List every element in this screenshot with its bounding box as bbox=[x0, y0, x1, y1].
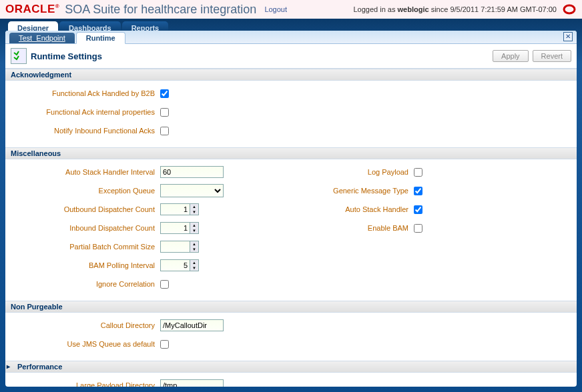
label-exception-queue: Exception Queue bbox=[13, 187, 160, 195]
spinner-down-icon[interactable]: ▼ bbox=[190, 209, 198, 215]
checkbox-functional-ack-b2b[interactable] bbox=[160, 89, 169, 98]
input-bam-polling[interactable] bbox=[160, 259, 190, 271]
checkbox-generic-msg-type[interactable] bbox=[414, 187, 422, 195]
collapse-arrow-icon[interactable]: ▸ bbox=[7, 363, 10, 370]
oracle-o-icon bbox=[562, 3, 577, 16]
select-exception-queue[interactable] bbox=[160, 184, 224, 197]
label-ignore-correlation: Ignore Correlation bbox=[13, 280, 160, 288]
checkbox-ignore-correlation[interactable] bbox=[160, 280, 169, 289]
section-non-purgeable: Non Purgeable bbox=[5, 301, 577, 313]
product-title: SOA Suite for healthcare integration bbox=[65, 3, 256, 17]
checkbox-auto-stack-handler[interactable] bbox=[414, 205, 422, 214]
input-callout-dir[interactable] bbox=[160, 319, 224, 331]
section-acknowledgment: Acknowledgment bbox=[5, 69, 577, 81]
input-inbound-dispatcher[interactable] bbox=[160, 222, 190, 234]
checkbox-log-payload[interactable] bbox=[414, 168, 422, 177]
revert-button[interactable]: Revert bbox=[533, 50, 571, 62]
toolbar: Runtime Settings Apply Revert bbox=[5, 44, 577, 69]
main-wrap: Designer Dashboards Reports Test_Endpoin… bbox=[0, 19, 582, 392]
label-log-payload: Log Payload bbox=[294, 168, 414, 176]
checkbox-functional-ack-internal[interactable] bbox=[160, 108, 169, 117]
spinner-down-icon[interactable]: ▼ bbox=[190, 247, 198, 252]
spinner-up-icon[interactable]: ▲ bbox=[190, 260, 198, 265]
checkbox-enable-bam[interactable] bbox=[414, 224, 422, 233]
settings-scroll-area[interactable]: Acknowledgment Functional Ack Handled by… bbox=[5, 69, 577, 387]
label-generic-msg-type: Generic Message Type bbox=[294, 187, 414, 195]
apply-button[interactable]: Apply bbox=[493, 50, 529, 62]
checkbox-use-jms[interactable] bbox=[160, 340, 169, 349]
subtab-runtime[interactable]: Runtime bbox=[76, 32, 125, 44]
input-large-payload-dir[interactable] bbox=[160, 379, 224, 387]
label-functional-ack-internal: Functional Ack internal properties bbox=[13, 108, 160, 116]
logout-link[interactable]: Logout bbox=[264, 5, 287, 13]
toolbar-title: Runtime Settings bbox=[31, 51, 102, 61]
label-functional-ack-b2b: Functional Ack Handled by B2B bbox=[13, 89, 160, 97]
svg-point-0 bbox=[564, 5, 575, 13]
spinner-down-icon[interactable]: ▼ bbox=[190, 228, 198, 233]
input-auto-stack-interval[interactable] bbox=[160, 166, 224, 178]
checkbox-notify-inbound[interactable] bbox=[160, 127, 169, 135]
label-bam-polling: BAM Polling Interval bbox=[13, 261, 160, 269]
label-notify-inbound: Notify Inbound Functional Acks bbox=[13, 127, 160, 135]
section-performance: ▸ Performance bbox=[5, 361, 577, 373]
label-auto-stack-handler: Auto Stack Handler bbox=[294, 205, 414, 213]
label-large-payload-dir: Large Payload Directory bbox=[13, 381, 160, 387]
oracle-logo: ORACLE® bbox=[5, 3, 59, 16]
spinner-down-icon[interactable]: ▼ bbox=[190, 265, 198, 271]
label-auto-stack-interval: Auto Stack Handler Interval bbox=[13, 168, 160, 176]
app-header: ORACLE® SOA Suite for healthcare integra… bbox=[0, 0, 582, 19]
runtime-settings-icon bbox=[11, 48, 27, 64]
close-tab-icon[interactable]: ✕ bbox=[563, 32, 573, 41]
input-outbound-dispatcher[interactable] bbox=[160, 203, 190, 215]
spinner-up-icon[interactable]: ▲ bbox=[190, 223, 198, 228]
input-partial-batch[interactable] bbox=[160, 241, 190, 253]
label-outbound-dispatcher: Outbound Dispatcher Count bbox=[13, 205, 160, 213]
label-partial-batch: Partial Batch Commit Size bbox=[13, 243, 160, 251]
label-enable-bam: Enable BAM bbox=[294, 224, 414, 232]
content-panel: Test_Endpoint Runtime ✕ Runtime Settings… bbox=[5, 31, 577, 387]
subtab-test-endpoint[interactable]: Test_Endpoint bbox=[9, 33, 75, 43]
label-inbound-dispatcher: Inbound Dispatcher Count bbox=[13, 224, 160, 232]
section-miscellaneous: Miscellaneous bbox=[5, 147, 577, 159]
login-info: Logged in as weblogic since 9/5/2011 7:2… bbox=[353, 5, 557, 13]
spinner-up-icon[interactable]: ▲ bbox=[190, 204, 198, 209]
spinner-up-icon[interactable]: ▲ bbox=[190, 241, 198, 247]
sub-tab-strip: Test_Endpoint Runtime ✕ bbox=[5, 31, 577, 44]
label-callout-dir: Callout Directory bbox=[13, 321, 160, 329]
label-use-jms: Use JMS Queue as default bbox=[13, 340, 160, 348]
